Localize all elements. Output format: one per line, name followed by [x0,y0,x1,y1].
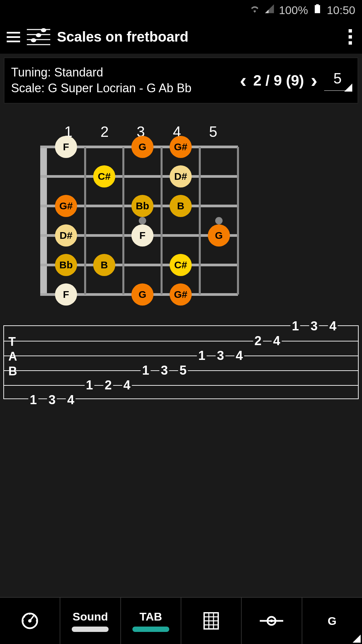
fret-marker [139,217,146,224]
svg-point-5 [36,33,41,37]
fret-line [237,147,239,294]
tuning-label: Tuning: Standard [11,65,233,80]
scale-label: Scale: G Super Locrian - G Ab Bb [11,80,233,96]
fretboard-note[interactable]: F [55,136,77,158]
tuner-icon [260,614,283,628]
position-display: 2 / 9 (9) [253,72,304,89]
root-note-label: G [328,614,337,628]
fretboard-note[interactable]: B [170,195,192,217]
tab-indicator [132,627,169,632]
wifi-icon [249,3,260,17]
gauge-icon [20,611,39,630]
svg-point-13 [28,619,32,623]
clock: 10:50 [327,4,355,17]
tab-line [3,385,358,386]
position-input[interactable]: 5 [324,70,351,91]
fretboard-section: 12345 FGG#C#D#G#BbBD#FGBbBC#FGG# [0,103,362,294]
fretboard-note[interactable]: C# [93,165,115,187]
svg-point-22 [270,620,273,622]
grid-view-button[interactable] [181,598,242,644]
fretboard-note[interactable]: G# [55,195,77,217]
tab-fret-number: 2 [253,334,263,348]
signal-icon [264,3,275,17]
sound-label: Sound [73,610,108,623]
fretboard-note[interactable]: G [131,283,154,306]
tab-fret-number: 4 [234,348,244,363]
tab-notation: TAB13412413513424134 [3,325,359,399]
fret-line [161,147,163,294]
tab-fret-number: 3 [160,363,169,378]
scale-info-text: Tuning: Standard Scale: G Super Locrian … [11,65,233,96]
fret-line [122,147,124,294]
tuning-button[interactable] [242,598,302,644]
app-logo-icon [27,26,50,48]
svg-point-6 [31,38,36,42]
fret-marker [215,217,223,224]
fretboard-note[interactable]: B [93,254,115,276]
tab-line [3,341,358,341]
svg-point-12 [22,620,24,622]
tab-fret-number: 4 [272,334,282,348]
fretboard-diagram[interactable]: FGG#C#D#G#BbBD#FGBbBC#FGG# [40,147,238,294]
chevron-left-icon[interactable]: ‹ [240,69,246,92]
fretboard-note[interactable]: G [208,224,230,247]
fretboard-note[interactable]: G# [170,136,192,158]
scale-info-panel: Tuning: Standard Scale: G Super Locrian … [4,58,358,103]
tab-fret-number: 3 [216,348,225,363]
string-line [40,175,238,178]
sound-toggle[interactable]: Sound [60,598,121,644]
svg-point-8 [29,613,31,615]
tab-fret-number: 3 [309,319,319,333]
tab-fret-number: 2 [103,378,113,392]
battery-percent: 100% [279,4,308,17]
fretboard-note[interactable]: C# [170,254,192,276]
battery-icon [312,3,323,17]
tab-fret-number: 4 [66,393,75,407]
fretboard-note[interactable]: Bb [131,195,154,217]
tab-fret-number: 1 [141,363,150,378]
fretboard-note[interactable]: G# [170,283,192,306]
fret-number: 5 [195,123,231,140]
tab-clef-label: T [8,335,16,349]
metronome-button[interactable] [0,598,60,644]
fretboard-note[interactable]: F [131,224,154,247]
fret-line [84,147,86,294]
tab-fret-number: 4 [122,378,132,392]
page-title: Scales on fretboard [57,29,339,45]
fretboard-note[interactable]: D# [55,224,77,247]
tab-fret-number: 1 [28,393,38,407]
tab-fret-number: 1 [291,319,300,333]
status-bar: 100% 10:50 [0,0,362,20]
fretboard-note[interactable]: G [131,136,154,158]
grid-icon [203,611,220,630]
svg-point-9 [35,616,36,618]
bottom-toolbar: Sound TAB G [0,597,362,644]
chevron-right-icon[interactable]: › [311,69,317,92]
fretboard-note[interactable]: F [55,283,77,306]
tab-line [3,356,358,356]
nut [40,147,47,294]
app-bar: Scales on fretboard [0,20,362,54]
svg-point-11 [24,616,25,618]
svg-point-10 [36,620,37,622]
tab-clef-label: A [8,350,17,364]
sound-indicator [72,627,109,632]
tab-clef-label: B [8,364,17,378]
tab-toggle[interactable]: TAB [121,598,181,644]
fretboard-note[interactable]: D# [170,165,192,187]
fret-line [199,147,201,294]
tab-fret-number: 4 [328,319,338,333]
fret-number: 2 [86,123,123,140]
tab-fret-number: 3 [47,393,57,407]
menu-icon[interactable] [7,32,20,42]
position-nav: ‹ 2 / 9 (9) › [240,69,317,92]
tab-fret-number: 1 [197,348,206,363]
tab-fret-number: 5 [178,363,188,378]
fretboard-note[interactable]: Bb [55,254,77,276]
svg-point-4 [41,28,46,32]
overflow-menu-icon[interactable] [345,26,355,48]
tab-fret-number: 1 [84,378,94,392]
tab-label: TAB [139,610,162,623]
root-note-selector[interactable]: G [302,598,362,644]
